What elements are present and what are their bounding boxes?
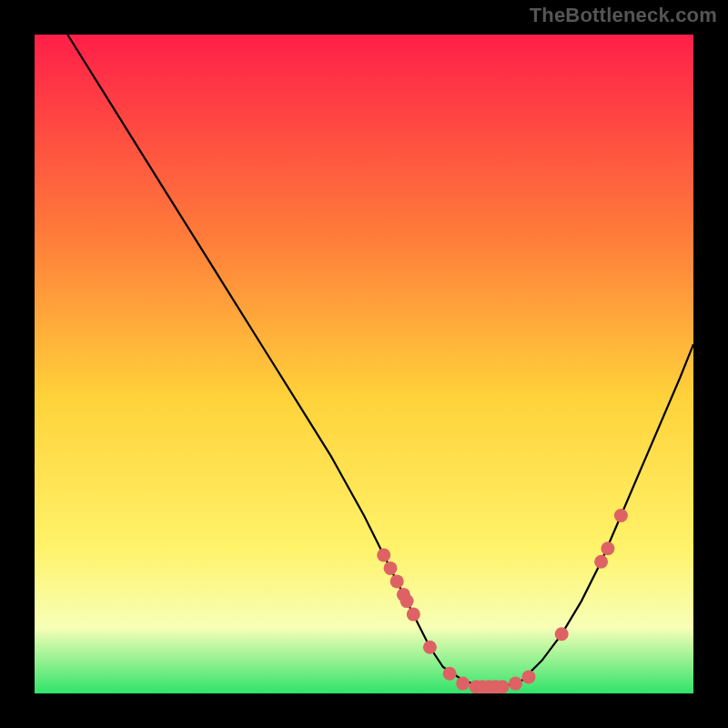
data-marker xyxy=(407,608,420,622)
data-marker xyxy=(555,627,569,641)
data-marker xyxy=(522,670,536,683)
data-marker xyxy=(496,680,510,693)
data-marker xyxy=(456,677,470,691)
data-marker xyxy=(390,574,404,588)
data-marker xyxy=(443,667,457,681)
chart-frame: TheBottleneck.com xyxy=(0,0,728,728)
data-marker xyxy=(509,677,522,691)
data-marker xyxy=(601,541,614,555)
data-marker xyxy=(384,561,398,575)
data-marker xyxy=(377,549,390,562)
data-marker xyxy=(614,509,628,522)
attribution-text: TheBottleneck.com xyxy=(530,4,717,27)
chart-svg xyxy=(35,35,693,693)
data-marker xyxy=(400,594,414,608)
gradient-background xyxy=(35,35,693,693)
data-marker xyxy=(594,555,608,569)
data-marker xyxy=(423,641,437,654)
